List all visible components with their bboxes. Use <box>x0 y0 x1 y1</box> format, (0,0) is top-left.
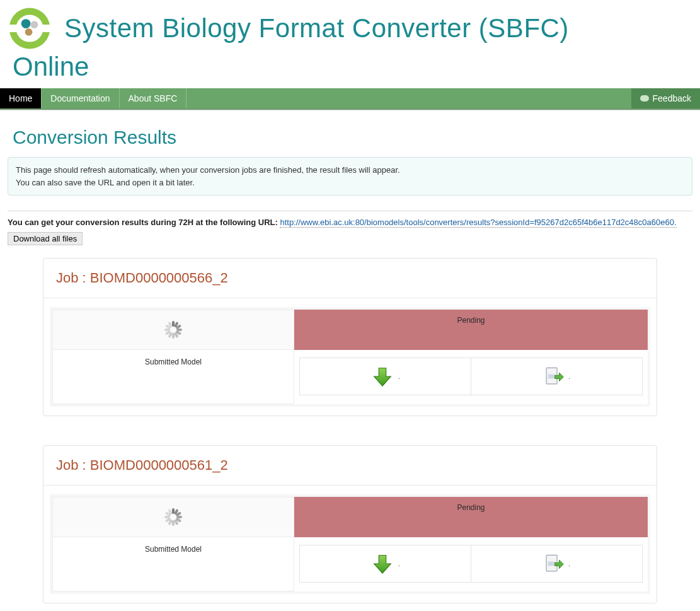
svg-rect-4 <box>548 375 556 379</box>
site-title-main: System Biology Format Converter (SBFC) <box>64 13 569 44</box>
svg-point-2 <box>25 28 33 36</box>
svg-point-1 <box>30 21 38 28</box>
job-status-label: Pending <box>457 316 485 325</box>
submitted-model-cell: Submitted Model <box>52 350 294 404</box>
nav-about-sbfc[interactable]: About SBFC <box>120 88 187 108</box>
site-header: System Biology Format Converter (SBFC) O… <box>0 0 700 82</box>
info-line-1: This page should refresh automatically, … <box>16 164 684 177</box>
logo-icon <box>6 5 53 52</box>
nav-documentation[interactable]: Documentation <box>42 88 119 108</box>
loading-spinner-icon <box>163 507 183 527</box>
main-nav: Home Documentation About SBFC Feedback <box>0 88 700 110</box>
file-export-icon <box>543 366 565 387</box>
export-result-button[interactable]: . <box>471 358 642 395</box>
job-loading-cell <box>52 310 294 350</box>
download-result-button[interactable]: . <box>300 545 471 582</box>
loading-spinner-icon <box>163 320 183 340</box>
download-result-button[interactable]: . <box>300 358 471 395</box>
job-status-label: Pending <box>457 503 485 512</box>
page-title: Conversion Results <box>5 124 695 157</box>
info-line-2: You can also save the URL and open it a … <box>16 177 684 189</box>
job-status-cell: Pending <box>294 497 648 537</box>
job-card: Job : BIOMD0000000566_2 Pending Submitte… <box>43 258 657 416</box>
action-dot: . <box>398 373 400 380</box>
results-url-link[interactable]: http://www.ebi.ac.uk:80/biomodels/tools/… <box>280 218 676 228</box>
job-title: Job : BIOMD0000000566_2 <box>56 270 644 286</box>
submitted-model-cell: Submitted Model <box>52 537 294 591</box>
job-actions-cell: . . <box>294 350 648 404</box>
main-content: Conversion Results This page should refr… <box>0 110 700 611</box>
export-result-button[interactable]: . <box>471 545 642 582</box>
results-url-line: You can get your conversion results duri… <box>5 218 695 230</box>
submitted-model-label: Submitted Model <box>145 358 202 366</box>
feedback-label: Feedback <box>653 93 691 103</box>
divider <box>8 211 692 211</box>
submitted-model-label: Submitted Model <box>145 545 202 554</box>
results-url-prefix: You can get your conversion results duri… <box>8 218 280 227</box>
download-arrow-icon <box>370 364 394 388</box>
action-dot: . <box>568 373 570 380</box>
job-card: Job : BIOMD0000000561_2 Pending Submitte… <box>43 445 657 603</box>
job-actions-cell: . . <box>294 537 648 591</box>
download-arrow-icon <box>370 552 394 576</box>
job-loading-cell <box>52 497 294 537</box>
svg-point-0 <box>21 19 31 28</box>
job-title: Job : BIOMD0000000561_2 <box>56 457 644 474</box>
download-all-button[interactable]: Download all files <box>8 232 83 245</box>
feedback-icon <box>640 95 649 102</box>
site-title-sub: Online <box>13 52 89 81</box>
svg-rect-6 <box>548 562 556 566</box>
nav-feedback[interactable]: Feedback <box>631 88 700 108</box>
nav-home[interactable]: Home <box>0 88 42 108</box>
action-dot: . <box>568 560 570 567</box>
action-dot: . <box>398 560 400 567</box>
info-box: This page should refresh automatically, … <box>8 157 692 195</box>
job-status-cell: Pending <box>294 310 648 350</box>
file-export-icon <box>543 553 565 574</box>
